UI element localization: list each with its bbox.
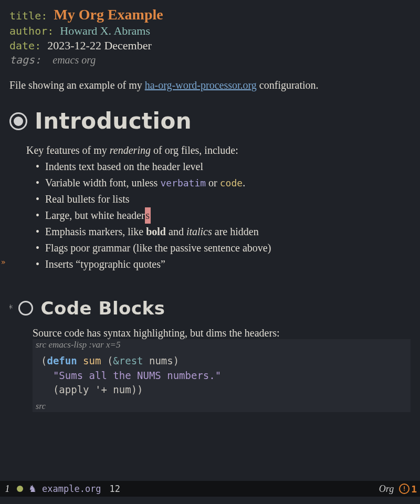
meta-author: author: Howard X. Abrams	[9, 24, 411, 38]
list-text: or	[206, 177, 220, 188]
arg-name: nums	[149, 355, 173, 366]
meta-key-title: title:	[9, 9, 47, 22]
list-text: Emphasis markers, like	[45, 226, 146, 237]
heading-text: Code Blocks	[40, 298, 165, 319]
author-value: Howard X. Abrams	[60, 24, 150, 37]
space	[143, 355, 149, 366]
list-text: Inserts “typographic quotes”	[45, 258, 165, 270]
meta-tags: tags: emacs org	[9, 54, 411, 66]
title-value: My Org Example	[54, 6, 163, 23]
editor-buffer[interactable]: title: My Org Example author: Howard X. …	[9, 5, 411, 478]
bold-span: bold	[146, 226, 166, 237]
warning-icon: !	[399, 484, 410, 494]
flycheck-warning[interactable]: ! 1	[399, 484, 417, 495]
mode-icon: ♞	[28, 483, 37, 495]
modified-indicator-icon	[17, 486, 23, 492]
config-link[interactable]: ha-org-word-processor.org	[145, 79, 257, 91]
fringe-indicator-icon: »	[1, 258, 5, 266]
buffer-name[interactable]: example.org	[42, 484, 101, 494]
src-block-section: Source code has syntax highlighting, but…	[33, 327, 411, 412]
verbatim-span: verbatim	[160, 177, 206, 188]
list-item: Large, but white headers	[36, 207, 411, 224]
paren: ))	[131, 384, 143, 395]
modeline[interactable]: 1 ♞ example.org 12 Org ! 1	[0, 481, 420, 497]
paren: (	[53, 384, 59, 395]
src-code[interactable]: (defun sum (&rest nums) "Sums all the NU…	[33, 351, 411, 402]
paren: )	[173, 355, 179, 366]
src-begin-line: src emacs-lisp :var x=5	[33, 339, 411, 351]
space	[77, 355, 83, 366]
intro-text-after: configuration.	[257, 79, 319, 91]
func-name: sum	[83, 355, 101, 366]
list-text: and	[166, 226, 186, 237]
list-item: Real bullets for lists	[36, 191, 411, 207]
code-text: apply '+ num	[59, 384, 131, 395]
src-end-line: src	[33, 402, 411, 412]
heading-code-blocks[interactable]: * Code Blocks	[9, 298, 411, 319]
section-body-introduction: Key features of my rendering of org file…	[26, 144, 411, 272]
features-lead-post: of org files, include:	[151, 144, 238, 156]
heading-introduction[interactable]: Introduction	[9, 108, 411, 134]
meta-key-date: date:	[9, 39, 41, 52]
amp-rest: &rest	[113, 355, 143, 366]
list-item: Emphasis markers, like bold and italics …	[36, 224, 411, 240]
list-text: Indents text based on the header level	[45, 161, 203, 172]
cursor: s	[145, 207, 151, 224]
minibuffer[interactable]	[0, 497, 420, 504]
src-caption: Source code has syntax highlighting, but…	[33, 327, 411, 339]
heading-star: *	[9, 302, 13, 314]
features-lead-em: rendering	[110, 144, 151, 156]
major-mode[interactable]: Org	[379, 484, 394, 495]
tags-value: emacs org	[47, 54, 96, 66]
intro-text-before: File showing an example of my	[9, 79, 145, 91]
code-span: code	[220, 177, 243, 188]
paren: (	[101, 355, 113, 366]
meta-key-tags: tags:	[9, 54, 41, 66]
heading-text: Introduction	[35, 108, 192, 134]
list-text: Flags poor grammar (like the passive sen…	[45, 242, 271, 254]
list-item: Flags poor grammar (like the passive sen…	[36, 240, 411, 256]
list-item: Inserts “typographic quotes”	[36, 256, 411, 272]
heading-bullet-icon	[18, 301, 33, 316]
meta-title: title: My Org Example	[9, 6, 411, 23]
heading-bullet-icon	[9, 112, 27, 130]
intro-paragraph: File showing an example of my ha-org-wor…	[9, 78, 411, 92]
list-text: Real bullets for lists	[45, 193, 130, 205]
list-text: Large, but white header	[45, 209, 145, 221]
list-item: Indents text based on the header level	[36, 159, 411, 175]
list-item: Variable width font, unless verbatim or …	[36, 175, 411, 191]
italic-span: italics	[186, 226, 212, 237]
docstring: "Sums all the NUMS numbers."	[53, 370, 221, 381]
keyword-defun: defun	[47, 355, 77, 366]
fringe: »	[0, 0, 7, 478]
list-text: Variable width font, unless	[45, 177, 160, 188]
meta-key-author: author:	[9, 25, 54, 37]
features-lead-pre: Key features of my	[26, 144, 110, 156]
paren: (	[41, 355, 47, 366]
meta-date: date: 2023-12-22 December	[9, 39, 411, 52]
list-text: are hidden	[212, 226, 259, 237]
features-lead: Key features of my rendering of org file…	[26, 144, 411, 156]
line-number: 12	[110, 484, 120, 494]
src-begin-text: src emacs-lisp :var x=5	[36, 340, 120, 350]
features-list: Indents text based on the header level V…	[36, 159, 411, 272]
date-value: 2023-12-22 December	[47, 39, 152, 52]
modeline-left: 1 ♞ example.org 12	[3, 483, 120, 495]
window-number: 1	[3, 484, 12, 495]
warning-count: 1	[411, 484, 417, 495]
list-text: .	[243, 177, 245, 188]
